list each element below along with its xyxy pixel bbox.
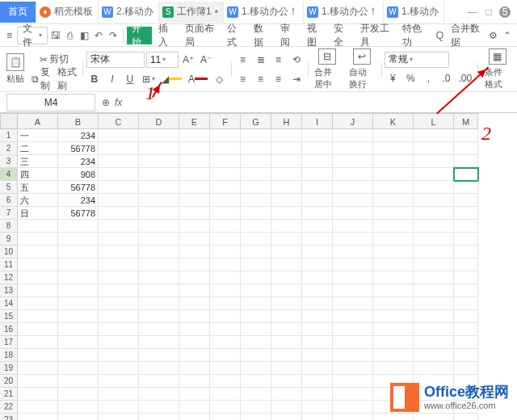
cell[interactable] [18,233,58,246]
cell[interactable] [454,362,478,375]
cell[interactable] [454,258,478,271]
cell[interactable] [18,375,58,388]
cell[interactable] [454,207,478,220]
cell[interactable]: 234 [58,194,99,207]
cell[interactable] [271,362,302,375]
cell[interactable]: 234 [58,155,99,168]
cell[interactable] [373,168,414,181]
cell[interactable] [210,388,241,401]
cell[interactable] [373,297,414,310]
cell[interactable] [373,129,414,142]
cell[interactable] [210,349,241,362]
orientation-icon[interactable]: ⟲ [288,51,305,69]
cell[interactable] [241,220,271,233]
cell[interactable] [333,168,373,181]
row-header[interactable]: 2 [0,142,18,155]
cell[interactable] [373,181,414,194]
cell[interactable] [179,349,210,362]
ribbon-tab-dev[interactable]: 开发工具 [355,27,396,44]
cell[interactable] [271,336,302,349]
cell[interactable] [179,297,210,310]
cell[interactable] [302,375,333,388]
cell[interactable] [241,349,271,362]
row-header[interactable]: 4 [0,168,18,181]
cell[interactable] [454,336,478,349]
cell[interactable] [210,168,241,181]
font-family-select[interactable]: 宋体 [86,52,145,68]
cell[interactable] [302,414,333,420]
cell[interactable] [179,336,210,349]
cell[interactable] [99,271,139,284]
cell[interactable] [373,258,414,271]
cell[interactable] [58,388,99,401]
cell[interactable] [373,349,414,362]
cell[interactable] [210,220,241,233]
cell[interactable] [99,220,139,233]
cell[interactable] [271,258,302,271]
cell[interactable] [414,310,454,323]
cell[interactable] [454,414,478,420]
cell[interactable] [99,349,139,362]
row-header[interactable]: 10 [0,246,18,258]
save-icon[interactable]: 🖫 [49,27,62,44]
tab-doc-1[interactable]: W2.移动办 [99,2,159,23]
cell[interactable] [139,258,179,271]
collapse-icon[interactable]: ⌃ [501,27,514,44]
cell[interactable] [139,414,179,420]
col-header[interactable]: C [99,113,139,129]
cell[interactable] [271,233,302,246]
cell[interactable] [414,246,454,258]
cell[interactable] [373,207,414,220]
cell[interactable]: 56778 [58,142,99,155]
cell[interactable] [414,155,454,168]
cell[interactable] [179,181,210,194]
cell[interactable] [18,401,58,414]
cell[interactable] [373,336,414,349]
undo-icon[interactable]: ↶ [92,27,105,44]
col-header[interactable]: G [241,113,271,129]
cell[interactable]: 二 [18,142,58,155]
cell[interactable] [333,207,373,220]
cell[interactable] [18,258,58,271]
cell[interactable] [210,310,241,323]
italic-button[interactable]: I [104,70,120,88]
cell[interactable] [373,271,414,284]
menu-icon[interactable]: ≡ [3,27,15,44]
cell[interactable] [271,284,302,297]
cell[interactable] [271,401,302,414]
cell[interactable] [271,271,302,284]
cell[interactable] [179,401,210,414]
tab-home[interactable]: 首页 [0,2,36,23]
cell[interactable] [179,207,210,220]
cell[interactable] [58,271,99,284]
cell[interactable] [333,323,373,336]
cell[interactable] [241,401,271,414]
cell[interactable] [18,323,58,336]
row-header[interactable]: 5 [0,181,18,194]
format-painter-button[interactable]: 格式刷 [55,70,79,88]
font-size-select[interactable]: 11▾ [146,52,179,68]
col-header[interactable]: F [210,113,241,129]
cell[interactable] [302,310,333,323]
cell[interactable] [241,194,271,207]
cell[interactable] [271,323,302,336]
cell[interactable] [414,129,454,142]
ribbon-tab-formula[interactable]: 公式 [222,27,247,44]
cell[interactable] [58,323,99,336]
cell[interactable] [139,375,179,388]
cell[interactable] [210,129,241,142]
cell[interactable] [58,349,99,362]
row-header[interactable]: 23 [0,414,18,420]
cell[interactable] [210,336,241,349]
cell[interactable] [241,388,271,401]
cell[interactable] [58,233,99,246]
cell[interactable] [302,297,333,310]
cell[interactable] [414,220,454,233]
merge-center-button[interactable]: ⊟合并居中 [311,48,343,90]
cell[interactable] [333,220,373,233]
cell[interactable] [99,284,139,297]
cell[interactable] [373,233,414,246]
cell[interactable] [302,271,333,284]
cell[interactable] [241,297,271,310]
cell[interactable] [414,336,454,349]
